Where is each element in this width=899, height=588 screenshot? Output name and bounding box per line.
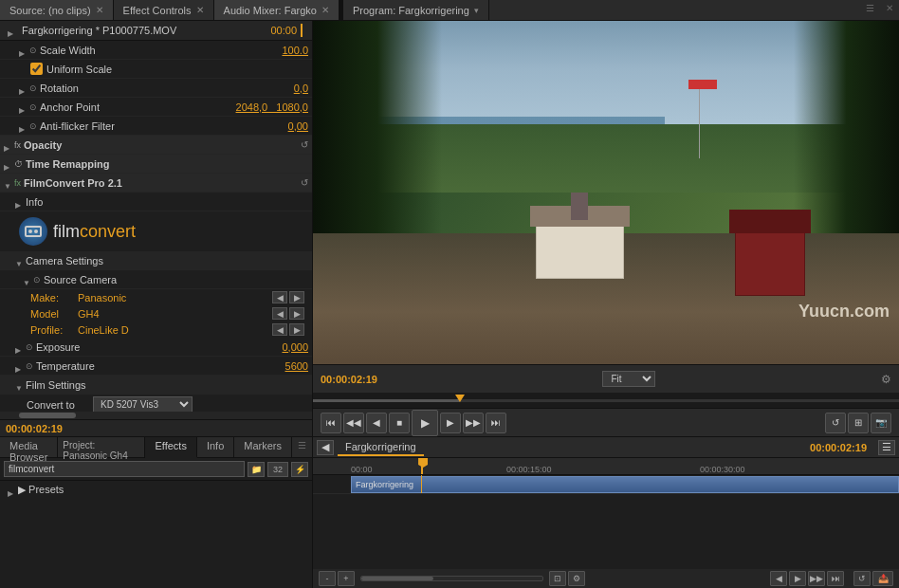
- tl-next-btn[interactable]: ▶▶: [808, 571, 825, 586]
- preview-timecode: 00:00:02:19: [321, 374, 377, 385]
- tl-loop-btn[interactable]: ↺: [853, 571, 871, 586]
- loop-btn[interactable]: ↺: [825, 413, 846, 433]
- antiflicker-value[interactable]: 0,00: [288, 120, 308, 132]
- tab-markers[interactable]: Markers: [234, 437, 292, 457]
- timeline-menu-icon[interactable]: ☰: [878, 440, 895, 455]
- settings-icon[interactable]: ⚙: [881, 373, 891, 386]
- close-icon[interactable]: ✕: [96, 5, 103, 15]
- expand-clip-icon[interactable]: [8, 27, 15, 34]
- tab-media-browser[interactable]: Media Browser: [0, 437, 58, 457]
- tab-markers-label: Markers: [244, 440, 282, 451]
- timeline-left-icon[interactable]: ◀: [317, 440, 334, 455]
- tab-audio-mixer[interactable]: Audio Mixer: Fargko ✕: [214, 0, 339, 20]
- exposure-value[interactable]: 0,000: [282, 341, 308, 353]
- presets-expand[interactable]: [8, 487, 15, 494]
- film-settings-expand[interactable]: [15, 381, 23, 389]
- play-btn[interactable]: ▶: [412, 410, 438, 436]
- tab-info[interactable]: Info: [197, 437, 234, 457]
- anchor-expand[interactable]: [19, 103, 27, 111]
- time-remapping-label: Time Remapping: [26, 158, 109, 170]
- reset-filmconvert-icon[interactable]: ↺: [301, 177, 308, 188]
- close-icon-2[interactable]: ✕: [196, 5, 204, 15]
- make-row: Make: Panasonic ◀ ▶: [0, 289, 312, 305]
- time-remap-expand[interactable]: [4, 160, 11, 168]
- tab-effects[interactable]: Effects: [145, 437, 196, 458]
- next-frame-btn[interactable]: ▶: [440, 413, 461, 433]
- convert-to-select[interactable]: KD 5207 Vis3: [93, 396, 193, 412]
- timeline-zoom-bar[interactable]: [360, 576, 543, 581]
- tl-fit-btn[interactable]: ⊡: [549, 571, 566, 586]
- scrubber-bar[interactable]: [313, 393, 899, 408]
- profile-prev-btn[interactable]: ◀: [272, 323, 287, 336]
- rotation-expand[interactable]: [19, 84, 27, 92]
- info-expand[interactable]: [15, 198, 23, 206]
- tl-play-btn[interactable]: ▶: [789, 571, 806, 586]
- source-camera-expand[interactable]: [23, 276, 30, 284]
- anchor-point-value[interactable]: 2048,0 1080,0: [236, 101, 308, 113]
- search-input[interactable]: [4, 461, 245, 477]
- uniform-scale-checkbox[interactable]: [30, 63, 43, 75]
- safe-margins-btn[interactable]: ⊞: [848, 413, 869, 433]
- h-scroll-thumb[interactable]: [19, 413, 76, 418]
- tl-export-btn[interactable]: 📤: [872, 571, 893, 586]
- filmconvert-label: FilmConvert Pro 2.1: [24, 177, 122, 189]
- program-monitor: Yuucn.com 00:00:02:19 Fit 100% 50% ⚙: [313, 21, 899, 436]
- scale-width-expand[interactable]: [19, 46, 27, 54]
- panel-menu-icon[interactable]: ☰: [860, 0, 880, 20]
- source-camera-row: ⊙ Source Camera: [0, 270, 312, 289]
- make-prev-btn[interactable]: ◀: [272, 291, 287, 303]
- tl-zoom-in-btn[interactable]: +: [338, 571, 355, 586]
- step-fwd-btn[interactable]: ▶▶: [463, 413, 484, 433]
- tl-prev-btn[interactable]: ◀: [770, 571, 787, 586]
- tab-project[interactable]: Project: Panasonic Gh4 Youtube video: [58, 437, 145, 457]
- tl-zoom-out-btn[interactable]: -: [319, 571, 336, 586]
- step-fwd-far-btn[interactable]: ⏭: [486, 413, 506, 433]
- reset-opacity-icon[interactable]: ↺: [301, 139, 308, 150]
- playhead-marker-top: [418, 458, 428, 468]
- accel-btn[interactable]: ⚡: [291, 462, 308, 477]
- tab-source[interactable]: Source: (no clips) ✕: [0, 0, 114, 20]
- opacity-expand[interactable]: [4, 141, 11, 149]
- model-prev-btn[interactable]: ◀: [272, 307, 287, 320]
- timeline-clip-v1[interactable]: Fargkorrigering: [351, 476, 899, 493]
- horizontal-scrollbar[interactable]: [0, 412, 312, 419]
- folder-btn[interactable]: 📁: [248, 462, 265, 477]
- num32-btn[interactable]: 32: [267, 462, 288, 477]
- fit-select[interactable]: Fit 100% 50%: [602, 371, 655, 387]
- model-next-btn[interactable]: ▶: [289, 307, 304, 320]
- scale-width-value: 100.0: [282, 45, 308, 56]
- export-frame-btn[interactable]: 📷: [871, 413, 891, 433]
- prev-frame-btn[interactable]: ◀: [366, 413, 387, 433]
- close-icon-3[interactable]: ✕: [321, 5, 329, 15]
- tab-program[interactable]: Program: Fargkorrigering ▾: [343, 0, 489, 20]
- tl-end-btn[interactable]: ⏭: [827, 571, 844, 586]
- panel-close-icon[interactable]: ✕: [880, 0, 899, 20]
- temperature-label: Temperature: [36, 360, 95, 372]
- stop-btn[interactable]: ■: [389, 413, 410, 433]
- tab-effect-controls[interactable]: Effect Controls ✕: [114, 0, 214, 20]
- source-camera-label: Source Camera: [44, 274, 117, 285]
- make-next-btn[interactable]: ▶: [289, 291, 304, 303]
- filmconvert-logo: film convert: [0, 211, 312, 251]
- playhead-scrubber[interactable]: [455, 395, 465, 402]
- tl-settings-btn[interactable]: ⚙: [568, 571, 585, 586]
- rotation-value[interactable]: 0,0: [294, 83, 308, 94]
- make-label: Make:: [30, 292, 78, 303]
- exposure-expand[interactable]: [15, 343, 23, 351]
- temp-expand[interactable]: [15, 362, 23, 370]
- search-row: 📁 32 ⚡: [0, 458, 312, 481]
- antiflicker-expand[interactable]: [19, 122, 27, 130]
- presets-row[interactable]: ▶ Presets: [0, 481, 312, 499]
- step-back-far-btn[interactable]: ⏮: [321, 413, 341, 433]
- panel-menu-btn[interactable]: ☰: [292, 437, 312, 457]
- tab-fargkorrigering[interactable]: Fargkorrigering: [338, 439, 424, 456]
- camera-settings-expand[interactable]: [15, 257, 23, 265]
- filmconvert-header-row: fx FilmConvert Pro 2.1 ↺: [0, 174, 312, 193]
- scale-width-row: ⊙ Scale Width 100.0: [0, 41, 312, 60]
- profile-next-btn[interactable]: ▶: [289, 323, 304, 336]
- timeline-tabs: ◀ Fargkorrigering 00:00:02:19 ☰: [313, 437, 899, 458]
- filmconvert-expand[interactable]: [4, 179, 11, 187]
- step-back-btn[interactable]: ◀◀: [343, 413, 364, 433]
- temperature-value[interactable]: 5600: [285, 360, 308, 372]
- chevron-down-icon[interactable]: ▾: [474, 6, 479, 15]
